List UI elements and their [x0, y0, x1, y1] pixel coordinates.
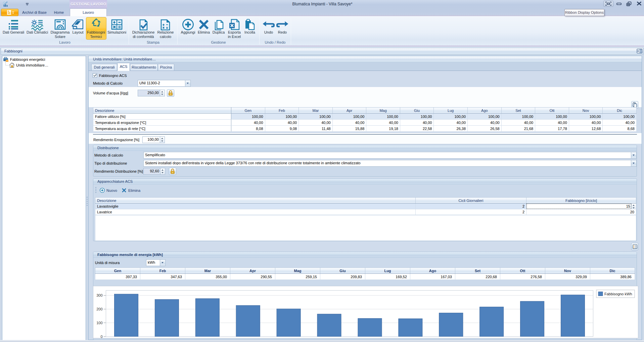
- svg-text:Fabbisogno kWh: Fabbisogno kWh: [604, 292, 632, 296]
- svg-text:100: 100: [96, 321, 102, 325]
- svg-text:200: 200: [96, 307, 102, 311]
- svg-text:300: 300: [96, 293, 102, 297]
- svg-text:0: 0: [100, 335, 102, 338]
